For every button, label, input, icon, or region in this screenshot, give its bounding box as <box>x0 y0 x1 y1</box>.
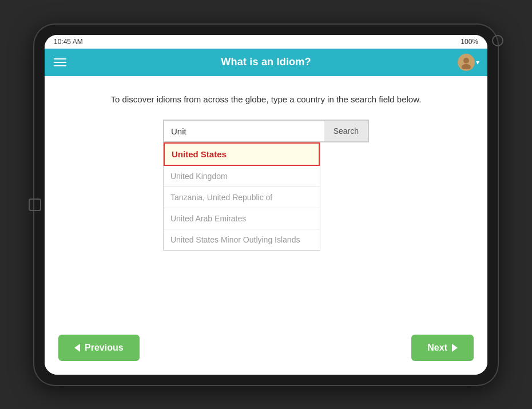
previous-label: Previous <box>85 343 124 353</box>
hamburger-line-2 <box>54 62 66 63</box>
instruction-text: To discover idioms from across the globe… <box>111 93 422 106</box>
search-button[interactable]: Search <box>324 120 369 142</box>
search-container: United States United Kingdom Tanzania, U… <box>163 120 369 142</box>
next-label: Next <box>427 343 447 353</box>
dropdown-item-usmi[interactable]: United States Minor Outlying Islands <box>164 229 320 250</box>
tablet-screen: 10:45 AM 100% What is an Idiom? <box>45 35 487 375</box>
side-button-left <box>29 198 41 211</box>
status-bar: 10:45 AM 100% <box>45 35 487 49</box>
chevron-right-icon <box>452 344 458 352</box>
hamburger-menu-icon[interactable] <box>54 58 66 66</box>
hamburger-line-3 <box>54 65 66 66</box>
next-button[interactable]: Next <box>411 335 474 361</box>
dropdown-item-uae[interactable]: United Arab Emirates <box>164 208 320 229</box>
avatar-area[interactable]: ▾ <box>458 54 479 71</box>
side-button-right <box>492 35 503 46</box>
hamburger-line-1 <box>54 58 66 59</box>
avatar-dropdown-arrow: ▾ <box>476 58 479 66</box>
search-input-wrapper: United States United Kingdom Tanzania, U… <box>163 120 324 142</box>
dropdown-item-tanzania[interactable]: Tanzania, United Republic of <box>164 187 320 208</box>
svg-point-1 <box>462 64 471 69</box>
svg-point-0 <box>463 58 469 63</box>
page-title: What is an Idiom? <box>221 56 311 68</box>
status-time: 10:45 AM <box>54 38 83 46</box>
tablet-device: 10:45 AM 100% What is an Idiom? <box>34 25 498 385</box>
dropdown-item-united-kingdom[interactable]: United Kingdom <box>164 166 320 187</box>
app-header: What is an Idiom? ▾ <box>45 49 487 76</box>
status-battery: 100% <box>460 38 478 46</box>
content-area: To discover idioms from across the globe… <box>45 76 487 325</box>
avatar <box>458 54 475 71</box>
footer-area: Previous Next <box>45 325 487 375</box>
search-input[interactable] <box>163 120 324 142</box>
previous-button[interactable]: Previous <box>58 335 140 361</box>
chevron-left-icon <box>74 344 80 352</box>
dropdown-list: United States United Kingdom Tanzania, U… <box>163 142 320 251</box>
dropdown-item-united-states[interactable]: United States <box>164 142 320 166</box>
